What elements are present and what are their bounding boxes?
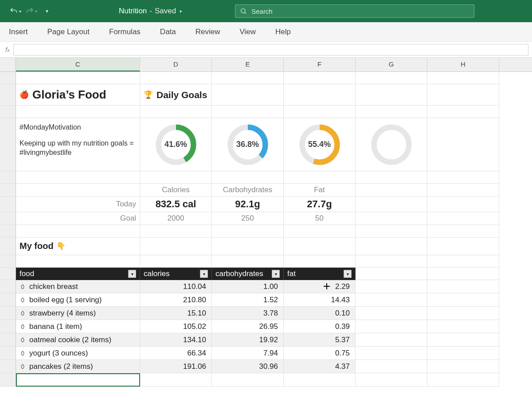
table-row[interactable]: 0.10 [284,307,356,320]
table-row[interactable]: 105.02 [140,320,212,333]
undo-button[interactable]: ▾ [9,5,21,17]
today-calories[interactable]: 832.5 cal [140,197,212,212]
row-header[interactable] [0,84,16,106]
food-icon [20,310,27,316]
th-fat[interactable]: fat▾ [284,268,356,280]
spreadsheet-grid[interactable]: 🍎 Gloria’s Food 🏆 Daily Goals #MondayMot… [0,72,532,387]
col-header-e[interactable]: E [212,58,284,71]
goal-calories[interactable]: 2000 [140,212,212,225]
th-carbs[interactable]: carbohydrates▾ [212,268,284,280]
filter-dropdown-icon[interactable]: ▾ [128,270,136,278]
food-icon [20,284,27,290]
row-header[interactable] [0,347,16,360]
table-row[interactable]: 2.29 [284,280,356,293]
row-header[interactable] [0,307,16,320]
filter-dropdown-icon[interactable]: ▾ [200,270,208,278]
table-row[interactable]: 30.96 [212,360,284,373]
table-row[interactable]: 1.00 [212,280,284,293]
row-header[interactable] [0,320,16,333]
donut-calories[interactable]: 41.6% [140,118,212,171]
table-row[interactable]: strawberry (4 items) [16,307,140,320]
donut-fat[interactable]: 55.4% [284,118,356,171]
svg-point-0 [241,9,245,13]
table-row[interactable]: 191.06 [140,360,212,373]
tab-review[interactable]: Review [196,28,220,36]
filter-dropdown-icon[interactable]: ▾ [272,270,280,278]
table-row[interactable]: 66.34 [140,347,212,360]
food-icon [20,337,27,343]
tab-view[interactable]: View [240,28,256,36]
save-state: Saved [155,7,176,16]
active-cell[interactable] [16,373,140,387]
col-header-c[interactable]: C [16,58,140,71]
note-line1: #MondayMotivation [20,122,136,132]
filter-dropdown-icon[interactable]: ▾ [344,270,352,278]
redo-button[interactable]: ▾ [25,5,37,17]
goals-title-cell[interactable]: 🏆 Daily Goals [140,84,212,106]
tab-page-layout[interactable]: Page Layout [47,28,90,36]
today-carbs[interactable]: 92.1g [212,197,284,212]
donut-empty[interactable] [356,118,427,171]
quick-access-overflow[interactable]: ▾ [41,5,53,17]
goal-carbs[interactable]: 250 [212,212,284,225]
col-header-g[interactable]: G [356,58,427,71]
formula-input[interactable] [13,44,528,55]
row-header[interactable] [0,333,16,347]
table-row[interactable]: 3.78 [212,307,284,320]
section-myfood: My food [20,241,54,251]
col-header-h[interactable]: H [427,58,499,71]
label-fat[interactable]: Fat [284,184,356,197]
note-cell[interactable]: #MondayMotivation Keeping up with my nut… [16,118,140,171]
table-row[interactable]: 1.52 [212,293,284,307]
row-header[interactable] [0,293,16,307]
search-box[interactable] [235,4,474,18]
table-row[interactable]: 19.92 [212,333,284,347]
label-calories[interactable]: Calories [140,184,212,197]
table-row[interactable]: 26.95 [212,320,284,333]
table-row[interactable]: 15.10 [140,307,212,320]
table-row[interactable]: banana (1 item) [16,320,140,333]
select-all-corner[interactable] [0,58,16,71]
table-row[interactable]: chicken breast [16,280,140,293]
document-title[interactable]: Nutrition - Saved ▾ [119,7,182,16]
table-row[interactable]: 5.37 [284,333,356,347]
goal-fat[interactable]: 50 [284,212,356,225]
label-carbs[interactable]: Carbohydrates [212,184,284,197]
col-header-d[interactable]: D [140,58,212,71]
titlebar: ▾ ▾ ▾ Nutrition - Saved ▾ [0,0,532,22]
row-label-today[interactable]: Today [16,197,140,212]
row-header[interactable] [0,72,16,84]
table-row[interactable]: oatmeal cookie (2 items) [16,333,140,347]
tab-formulas[interactable]: Formulas [109,28,141,36]
tab-insert[interactable]: Insert [9,28,28,36]
section-myfood-cell[interactable]: My food 👇 [16,237,140,255]
row-label-goal[interactable]: Goal [16,212,140,225]
table-row[interactable]: 4.37 [284,360,356,373]
formula-bar: fx [0,42,532,58]
table-row[interactable]: 210.80 [140,293,212,307]
tab-data[interactable]: Data [160,28,176,36]
today-fat[interactable]: 27.7g [284,197,356,212]
tab-help[interactable]: Help [275,28,291,36]
table-row[interactable]: yogurt (3 ounces) [16,347,140,360]
th-food[interactable]: food▾ [16,268,140,280]
table-row[interactable]: pancakes (2 items) [16,360,140,373]
donut-calories-pct: 41.6% [153,122,199,168]
table-row[interactable]: 7.94 [212,347,284,360]
table-row[interactable]: 110.04 [140,280,212,293]
table-row[interactable]: 0.75 [284,347,356,360]
row-header[interactable] [0,373,16,387]
search-input[interactable] [250,7,469,16]
table-row[interactable]: 14.43 [284,293,356,307]
row-header[interactable] [0,280,16,293]
fx-icon[interactable]: fx [4,46,13,53]
sheet-title-cell[interactable]: 🍎 Gloria’s Food [16,84,140,106]
col-header-f[interactable]: F [284,58,356,71]
food-icon [20,297,27,303]
row-header[interactable] [0,360,16,373]
th-calories[interactable]: calories▾ [140,268,212,280]
table-row[interactable]: 0.39 [284,320,356,333]
table-row[interactable]: 134.10 [140,333,212,347]
donut-carbs[interactable]: 36.8% [212,118,284,171]
table-row[interactable]: boiled egg (1 serving) [16,293,140,307]
